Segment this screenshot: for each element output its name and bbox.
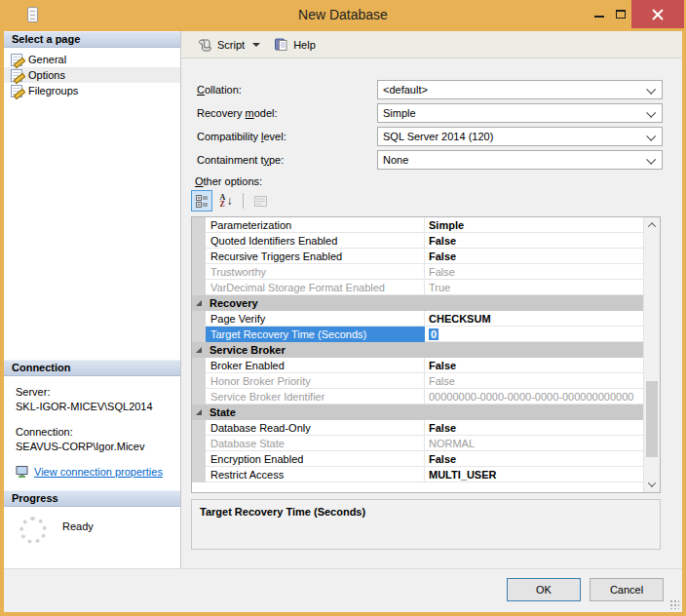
sidebar-item-general[interactable]: General bbox=[4, 52, 180, 67]
property-grid: ParameterizationSimpleQuoted Identifiers… bbox=[191, 216, 661, 493]
collation-select[interactable]: <default> bbox=[377, 80, 663, 99]
property-value[interactable]: False bbox=[425, 249, 643, 264]
property-row-honor-broker-priority[interactable]: Honor Broker PriorityFalse bbox=[192, 373, 643, 389]
property-row-broker-enabled[interactable]: Broker EnabledFalse bbox=[192, 358, 643, 373]
categorized-button[interactable] bbox=[191, 190, 212, 212]
category-name: Recovery bbox=[206, 295, 258, 311]
property-row-recursive-triggers-enabled[interactable]: Recursive Triggers EnabledFalse bbox=[192, 249, 643, 264]
compatibility-level-select[interactable]: SQL Server 2014 (120) bbox=[377, 127, 663, 146]
collapse-icon[interactable] bbox=[196, 300, 202, 306]
property-value[interactable]: 00000000-0000-0000-0000-000000000000 bbox=[425, 389, 643, 404]
connection-label: Connection: bbox=[16, 425, 180, 440]
property-value[interactable]: NORMAL bbox=[425, 436, 643, 451]
scroll-up-button[interactable] bbox=[644, 217, 660, 233]
page-list: GeneralOptionsFilegroups bbox=[4, 48, 180, 360]
property-row-service-broker-identifier[interactable]: Service Broker Identifier00000000-0000-0… bbox=[192, 389, 643, 404]
row-margin bbox=[192, 420, 206, 436]
view-connection-properties-link[interactable]: View connection properties bbox=[34, 466, 163, 478]
property-value[interactable]: False bbox=[425, 373, 643, 389]
row-margin bbox=[192, 311, 206, 327]
chevron-down-icon bbox=[646, 84, 656, 94]
dialog-toolbar: Script Help bbox=[181, 31, 682, 58]
property-value[interactable]: Simple bbox=[425, 217, 643, 233]
maximize-button[interactable] bbox=[610, 0, 631, 28]
property-pages-button bbox=[249, 190, 271, 212]
select-page-panel: Select a page GeneralOptionsFilegroups bbox=[4, 31, 180, 360]
ok-button[interactable]: OK bbox=[507, 578, 581, 601]
property-row-encryption-enabled[interactable]: Encryption EnabledFalse bbox=[192, 451, 643, 467]
category-row-recovery[interactable]: Recovery bbox=[192, 295, 643, 311]
category-name: Service Broker bbox=[206, 342, 286, 358]
chevron-down-icon bbox=[648, 479, 656, 486]
recovery-model-select[interactable]: Simple bbox=[377, 103, 663, 123]
property-value[interactable]: False bbox=[425, 420, 643, 436]
sidebar-item-label: General bbox=[28, 54, 66, 65]
cancel-button[interactable]: Cancel bbox=[590, 578, 664, 601]
collation-label: Collation: bbox=[197, 84, 377, 96]
page-icon bbox=[11, 54, 22, 66]
help-button[interactable]: Help bbox=[268, 34, 322, 55]
resize-grip[interactable] bbox=[669, 599, 679, 609]
connection-properties-icon bbox=[16, 465, 29, 479]
property-value[interactable]: False bbox=[425, 264, 643, 280]
category-row-service-broker[interactable]: Service Broker bbox=[192, 342, 643, 358]
property-name: Trustworthy bbox=[206, 264, 425, 280]
containment-type-select[interactable]: None bbox=[377, 150, 663, 170]
category-row-state[interactable]: State bbox=[192, 404, 643, 420]
sidebar-item-label: Filegroups bbox=[28, 85, 78, 96]
row-margin bbox=[192, 467, 206, 482]
sidebar-item-filegroups[interactable]: Filegroups bbox=[4, 83, 180, 98]
property-row-target-recovery-time-seconds[interactable]: Target Recovery Time (Seconds)0 bbox=[192, 327, 643, 342]
property-value[interactable]: False bbox=[425, 358, 643, 373]
property-row-quoted-identifiers-enabled[interactable]: Quoted Identifiers EnabledFalse bbox=[192, 233, 643, 249]
collapse-icon[interactable] bbox=[196, 347, 202, 353]
property-description: Target Recovery Time (Seconds) bbox=[191, 499, 661, 550]
alphabetical-icon: AZ ↓ bbox=[220, 194, 233, 208]
property-name: Database State bbox=[206, 436, 425, 451]
property-name: Page Verify bbox=[206, 311, 425, 327]
property-name: Broker Enabled bbox=[206, 358, 425, 373]
scrollbar[interactable] bbox=[643, 217, 660, 492]
sidebar-item-options[interactable]: Options bbox=[4, 67, 180, 83]
minimize-button[interactable] bbox=[589, 0, 610, 28]
main-pane: Script Help bbox=[181, 31, 682, 568]
property-grid-rows: ParameterizationSimpleQuoted Identifiers… bbox=[192, 217, 643, 492]
scroll-down-button[interactable] bbox=[644, 477, 660, 492]
property-value[interactable]: False bbox=[425, 233, 643, 249]
progress-header: Progress bbox=[4, 490, 180, 507]
property-pages-icon bbox=[254, 196, 267, 207]
recovery-model-label: Recovery model: bbox=[197, 107, 377, 119]
property-row-database-read-only[interactable]: Database Read-OnlyFalse bbox=[192, 420, 643, 436]
scroll-thumb[interactable] bbox=[646, 381, 658, 457]
app-icon bbox=[27, 7, 38, 22]
new-database-dialog: New Database Select a page GeneralOption… bbox=[0, 0, 686, 616]
sidebar-item-label: Options bbox=[28, 69, 65, 81]
alphabetical-button[interactable]: AZ ↓ bbox=[215, 190, 237, 212]
progress-spinner-icon bbox=[19, 517, 47, 544]
property-row-page-verify[interactable]: Page VerifyCHECKSUM bbox=[192, 311, 643, 327]
close-button[interactable] bbox=[631, 0, 684, 28]
property-value[interactable]: CHECKSUM bbox=[425, 311, 643, 327]
property-name: Service Broker Identifier bbox=[206, 389, 425, 404]
chevron-down-icon bbox=[646, 107, 656, 117]
row-margin bbox=[192, 436, 206, 451]
window-title: New Database bbox=[0, 7, 686, 22]
categorized-icon bbox=[196, 195, 209, 208]
recovery-model-row: Recovery model:Simple bbox=[197, 103, 682, 122]
property-value[interactable]: MULTI_USER bbox=[425, 467, 643, 482]
value-edit-selection: 0 bbox=[429, 328, 438, 340]
property-row-trustworthy[interactable]: TrustworthyFalse bbox=[192, 264, 643, 280]
property-value[interactable]: 0 bbox=[425, 327, 643, 342]
collapse-icon[interactable] bbox=[196, 409, 202, 415]
property-row-parameterization[interactable]: ParameterizationSimple bbox=[192, 217, 643, 233]
property-row-database-state[interactable]: Database StateNORMAL bbox=[192, 436, 643, 451]
property-value[interactable]: True bbox=[425, 280, 643, 295]
sidebar: Select a page GeneralOptionsFilegroups C… bbox=[4, 31, 181, 568]
row-margin bbox=[192, 280, 206, 295]
property-row-vardecimal-storage-format-enabled[interactable]: VarDecimal Storage Format EnabledTrue bbox=[192, 280, 643, 295]
script-button[interactable]: Script bbox=[191, 34, 266, 56]
chevron-up-icon bbox=[648, 222, 656, 230]
titlebar: New Database bbox=[0, 0, 686, 29]
property-value[interactable]: False bbox=[425, 451, 643, 467]
property-row-restrict-access[interactable]: Restrict AccessMULTI_USER bbox=[192, 467, 643, 482]
